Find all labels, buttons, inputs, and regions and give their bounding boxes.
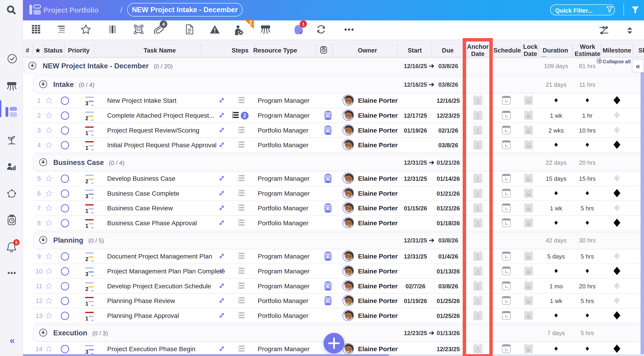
svg-text:1: 1 — [238, 189, 239, 192]
svg-text:1: 1 — [238, 126, 239, 129]
svg-text:2: 2 — [238, 255, 239, 257]
svg-text:1: 1 — [238, 174, 239, 177]
svg-text:3: 3 — [238, 287, 239, 289]
svg-text:3: 3 — [238, 146, 239, 148]
svg-text:1: 1 — [238, 312, 239, 314]
svg-text:3: 3 — [232, 116, 234, 119]
svg-text:3: 3 — [238, 209, 239, 211]
svg-text:1: 1 — [238, 204, 239, 206]
svg-text:3: 3 — [86, 349, 88, 355]
svg-text:2: 2 — [238, 284, 239, 287]
svg-text:1: 1 — [86, 208, 88, 214]
svg-text:3: 3 — [238, 350, 239, 352]
svg-text:2: 2 — [238, 314, 239, 317]
svg-text:1: 1 — [232, 111, 234, 114]
svg-text:2: 2 — [238, 269, 239, 272]
svg-text:1: 1 — [238, 297, 239, 299]
svg-text:3: 3 — [238, 272, 239, 274]
svg-text:2: 2 — [238, 143, 239, 146]
svg-text:2: 2 — [238, 347, 239, 350]
svg-text:1: 1 — [86, 301, 88, 307]
svg-text:1: 1 — [238, 282, 239, 285]
svg-text:1: 1 — [238, 345, 239, 347]
svg-text:1: 1 — [238, 252, 239, 255]
svg-text:3: 3 — [238, 257, 239, 259]
svg-text:1: 1 — [238, 96, 239, 99]
svg-text:3: 3 — [238, 301, 239, 304]
svg-text:2: 2 — [86, 115, 88, 121]
svg-text:1: 1 — [86, 145, 88, 151]
svg-text:1: 1 — [238, 219, 239, 221]
svg-text:3: 3 — [238, 316, 239, 319]
svg-text:3: 3 — [238, 194, 239, 197]
svg-text:1: 1 — [86, 223, 88, 228]
svg-text:2: 2 — [232, 114, 234, 116]
svg-text:3: 3 — [86, 271, 88, 277]
svg-text:3: 3 — [238, 224, 239, 226]
svg-text:1: 1 — [86, 316, 88, 321]
svg-text:3: 3 — [86, 193, 88, 199]
svg-text:3: 3 — [86, 100, 88, 106]
svg-text:2: 2 — [238, 99, 239, 101]
svg-text:1: 1 — [238, 267, 239, 270]
svg-text:1: 1 — [238, 141, 239, 143]
svg-text:3: 3 — [238, 131, 239, 133]
svg-text:2: 2 — [249, 20, 252, 26]
svg-text:2: 2 — [238, 177, 239, 179]
svg-text:2: 2 — [238, 128, 239, 131]
svg-text:2: 2 — [86, 178, 88, 184]
svg-text:2: 2 — [238, 206, 239, 209]
svg-text:2: 2 — [238, 299, 239, 302]
svg-text:1: 1 — [86, 130, 88, 136]
svg-text:2: 2 — [238, 221, 239, 224]
svg-text:2: 2 — [238, 192, 239, 194]
svg-text:3: 3 — [238, 179, 239, 182]
svg-text:2: 2 — [86, 256, 88, 262]
svg-text:3: 3 — [238, 101, 239, 104]
svg-text:2: 2 — [86, 286, 88, 292]
